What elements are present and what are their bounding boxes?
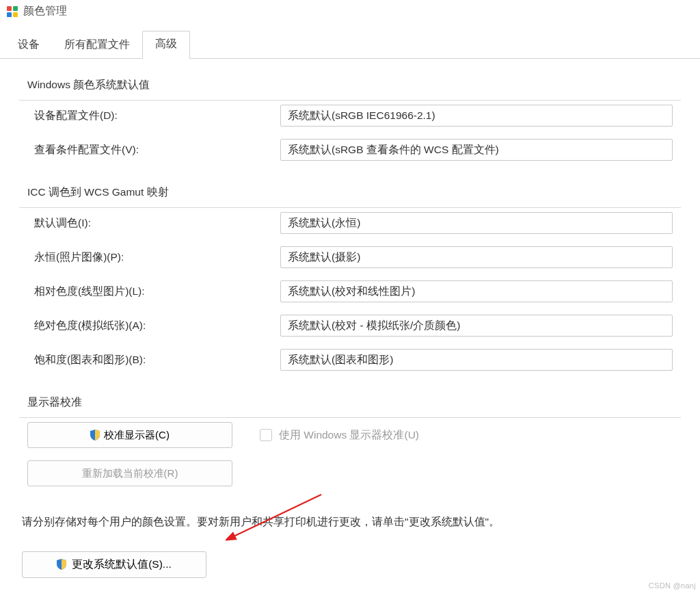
default-render-label: 默认调色(I): xyxy=(27,216,267,231)
viewing-profile-label: 查看条件配置文件(V): xyxy=(27,143,267,157)
relative-label: 相对色度(线型图片)(L): xyxy=(27,285,267,299)
group-windows-defaults-legend: Windows 颜色系统默认值 xyxy=(27,78,157,92)
device-profile-label: 设备配置文件(D): xyxy=(27,109,267,123)
watermark: CSDN @nanj xyxy=(649,581,696,590)
calibrate-display-label: 校准显示器(C) xyxy=(104,429,170,442)
absolute-select[interactable]: 系统默认(校对 - 模拟纸张/介质颜色) xyxy=(280,315,673,337)
bottom-instruction-text: 请分别存储对每个用户的颜色设置。要对新用户和共享打印机进行更改，请单击"更改系统… xyxy=(19,511,681,531)
tab-strip: 设备 所有配置文件 高级 xyxy=(0,31,700,59)
reload-calibration-button[interactable]: 重新加载当前校准(R) xyxy=(27,460,232,486)
default-render-select[interactable]: 系统默认(永恒) xyxy=(280,212,673,234)
tab-all-profiles[interactable]: 所有配置文件 xyxy=(52,32,142,59)
perpetual-value: 系统默认(摄影) xyxy=(288,250,360,265)
perpetual-select[interactable]: 系统默认(摄影) xyxy=(280,246,673,268)
tab-advanced[interactable]: 高级 xyxy=(142,31,190,59)
saturation-select[interactable]: 系统默认(图表和图形) xyxy=(280,349,673,371)
tab-content-advanced: Windows 颜色系统默认值 设备配置文件(D): 系统默认(sRGB IEC… xyxy=(0,58,700,578)
calibrate-display-button[interactable]: 校准显示器(C) xyxy=(27,422,232,448)
absolute-value: 系统默认(校对 - 模拟纸张/介质颜色) xyxy=(288,319,460,333)
saturation-value: 系统默认(图表和图形) xyxy=(288,353,393,367)
app-icon xyxy=(7,6,18,17)
perpetual-label: 永恒(照片图像)(P): xyxy=(27,250,267,265)
viewing-profile-value: 系统默认(sRGB 查看条件的 WCS 配置文件) xyxy=(288,143,499,157)
device-profile-select[interactable]: 系统默认(sRGB IEC61966-2.1) xyxy=(280,105,673,127)
titlebar: 颜色管理 xyxy=(0,0,700,25)
group-display-calibration-legend: 显示器校准 xyxy=(27,395,89,410)
group-icc-wcs-legend: ICC 调色到 WCS Gamut 映射 xyxy=(27,185,176,200)
use-windows-calibration-checkbox[interactable]: 使用 Windows 显示器校准(U) xyxy=(260,428,419,443)
relative-value: 系统默认(校对和线性图片) xyxy=(288,285,415,299)
group-display-calibration: 显示器校准 校准显示器(C) 使用 Windows 显示器校准(U) 重新加载当… xyxy=(19,395,681,499)
window-title: 颜色管理 xyxy=(23,4,67,18)
relative-select[interactable]: 系统默认(校对和线性图片) xyxy=(280,280,673,302)
use-windows-calibration-label: 使用 Windows 显示器校准(U) xyxy=(279,428,419,443)
shield-icon xyxy=(57,559,66,570)
group-icc-wcs: ICC 调色到 WCS Gamut 映射 默认调色(I): 系统默认(永恒) 永… xyxy=(19,185,681,383)
absolute-label: 绝对色度(模拟纸张)(A): xyxy=(27,319,267,333)
reload-calibration-label: 重新加载当前校准(R) xyxy=(82,467,178,480)
device-profile-value: 系统默认(sRGB IEC61966-2.1) xyxy=(288,109,435,123)
viewing-profile-select[interactable]: 系统默认(sRGB 查看条件的 WCS 配置文件) xyxy=(280,139,673,161)
change-system-defaults-label: 更改系统默认值(S)... xyxy=(72,557,172,572)
shield-icon xyxy=(90,430,100,441)
change-system-defaults-button[interactable]: 更改系统默认值(S)... xyxy=(22,551,206,578)
group-windows-defaults: Windows 颜色系统默认值 设备配置文件(D): 系统默认(sRGB IEC… xyxy=(19,78,681,173)
saturation-label: 饱和度(图表和图形)(B): xyxy=(27,353,267,367)
tab-device[interactable]: 设备 xyxy=(5,32,52,59)
default-render-value: 系统默认(永恒) xyxy=(288,216,360,231)
checkbox-box xyxy=(260,429,272,441)
